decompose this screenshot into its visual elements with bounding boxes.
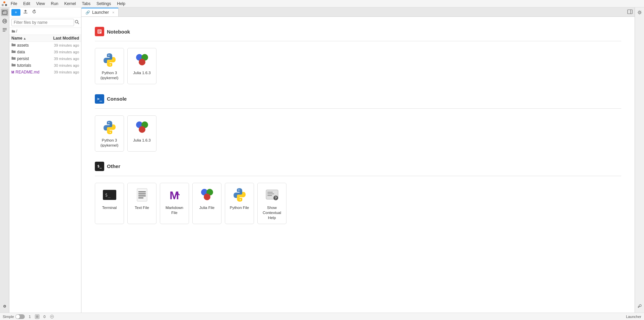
menubar: File Edit View Run Kernel Tabs Settings … — [0, 0, 644, 7]
toggle-thumb — [16, 315, 20, 319]
svg-point-23 — [139, 126, 145, 133]
menu-settings[interactable]: Settings — [94, 1, 114, 7]
julia-console-card[interactable]: Julia 1.6.3 — [127, 115, 156, 152]
search-button[interactable] — [75, 20, 79, 25]
julia-file-icon — [199, 186, 215, 203]
jupyter-logo — [1, 1, 7, 7]
file-item-persist[interactable]: persist 39 minutes ago — [9, 55, 81, 62]
cursor-info: 1 — [29, 315, 31, 319]
center-column: 🔗 Launcher × — [81, 7, 635, 313]
refresh-button[interactable] — [30, 9, 38, 16]
svg-text:?: ? — [275, 196, 277, 200]
python3-console-card[interactable]: Python 3 (ipykernel) — [95, 115, 124, 152]
pythonfile-icon — [231, 186, 248, 203]
file-list: assets 39 minutes ago data 39 minutes ag… — [9, 42, 81, 313]
file-list-header: Name ▲ Last Modified — [9, 35, 81, 42]
menu-kernel[interactable]: Kernel — [62, 1, 79, 7]
folder-icon — [11, 50, 16, 54]
breadcrumb-path: / — [16, 29, 17, 34]
julia-file-card[interactable]: Julia File — [192, 183, 221, 224]
card-label: Terminal — [102, 205, 117, 210]
julia-icon — [134, 52, 150, 68]
folder-icon — [11, 29, 15, 33]
terminal-icon: $_ — [101, 186, 118, 203]
terminal-card[interactable]: $_ Terminal — [95, 183, 124, 224]
file-item-tutorials[interactable]: tutorials 30 minutes ago — [9, 62, 81, 69]
console-icon: >_ — [95, 94, 104, 104]
svg-rect-10 — [3, 31, 5, 32]
launcher-status: Launcher — [626, 315, 641, 319]
right-panel-wrench[interactable] — [636, 303, 643, 310]
file-name: data — [17, 50, 42, 54]
other-section-header: $_ Other — [95, 162, 621, 171]
card-label: Markdown File — [164, 205, 185, 215]
card-label: Python File — [230, 205, 249, 210]
tab-label: Launcher — [92, 10, 109, 15]
python-file-card[interactable]: Python File — [225, 183, 254, 224]
activity-extensions[interactable] — [1, 303, 8, 310]
file-item-readme[interactable]: M README.md 39 minutes ago — [9, 69, 81, 75]
new-button[interactable]: + — [11, 9, 20, 16]
simple-label: Simple — [3, 315, 14, 319]
console-cards: Python 3 (ipykernel) Julia 1.6.3 — [95, 115, 621, 152]
card-label: Julia 1.6.3 — [133, 70, 150, 75]
textfile-icon — [134, 186, 150, 203]
python-icon — [101, 119, 118, 136]
right-panel-settings[interactable] — [636, 9, 643, 16]
menu-edit[interactable]: Edit — [20, 1, 33, 7]
menu-file[interactable]: File — [8, 1, 20, 7]
svg-point-1 — [2, 4, 4, 6]
status-spacer-icon — [35, 314, 40, 319]
column-name[interactable]: Name ▲ — [11, 36, 42, 41]
svg-point-34 — [204, 194, 210, 200]
activity-bar — [0, 7, 9, 313]
plus-icon: + — [15, 10, 17, 15]
activity-running[interactable] — [1, 17, 8, 25]
svg-rect-36 — [267, 192, 273, 193]
menu-run[interactable]: Run — [48, 1, 61, 7]
right-sidebar-toggle[interactable] — [625, 7, 635, 16]
menu-help[interactable]: Help — [114, 1, 128, 7]
tab-launcher[interactable]: 🔗 Launcher × — [81, 8, 119, 16]
card-label: Text File — [135, 205, 149, 210]
text-file-card[interactable]: Text File — [127, 183, 156, 224]
svg-rect-8 — [3, 28, 7, 29]
sort-arrow: ▲ — [23, 37, 26, 40]
julia-notebook-card[interactable]: Julia 1.6.3 — [127, 48, 156, 84]
right-panel — [635, 7, 644, 313]
activity-files[interactable] — [1, 9, 8, 16]
breadcrumb: / — [9, 28, 81, 35]
search-box — [9, 17, 81, 28]
upload-button[interactable] — [22, 9, 29, 16]
simple-toggle[interactable]: Simple — [3, 314, 25, 319]
console-section-title: Console — [107, 96, 127, 102]
toggle-track[interactable] — [15, 314, 25, 319]
card-label: Python 3 (ipykernel) — [99, 70, 120, 81]
status-zero: 0 — [44, 315, 46, 319]
file-modified: 39 minutes ago — [42, 70, 79, 74]
notebook-cards: Python 3 (ipykernel) Julia 1.6.3 — [95, 48, 621, 84]
console-divider — [95, 108, 621, 109]
activity-commands[interactable] — [1, 26, 8, 34]
file-name: README.md — [15, 70, 42, 74]
tab-close-button[interactable]: × — [112, 10, 114, 14]
search-input[interactable] — [11, 19, 74, 26]
tab-icon: 🔗 — [85, 10, 90, 15]
markdown-file-card[interactable]: M Markdown File — [160, 183, 189, 224]
file-item-assets[interactable]: assets 39 minutes ago — [9, 42, 81, 49]
svg-point-0 — [3, 1, 5, 3]
file-browser-panel: + — [9, 7, 81, 313]
column-modified[interactable]: Last Modified — [42, 36, 79, 41]
tab-bar: 🔗 Launcher × — [81, 7, 635, 17]
menu-tabs[interactable]: Tabs — [79, 1, 93, 7]
menu-view[interactable]: View — [34, 1, 48, 7]
svg-rect-26 — [137, 189, 147, 201]
help-icon: ? — [264, 186, 280, 203]
contextual-help-card[interactable]: ? Show Contextual Help — [257, 183, 286, 224]
notebook-icon — [95, 27, 104, 36]
svg-point-12 — [4, 306, 5, 307]
launcher-content: Notebook — [81, 17, 635, 244]
svg-rect-38 — [267, 195, 272, 196]
python3-notebook-card[interactable]: Python 3 (ipykernel) — [95, 48, 124, 84]
file-item-data[interactable]: data 39 minutes ago — [9, 49, 81, 55]
